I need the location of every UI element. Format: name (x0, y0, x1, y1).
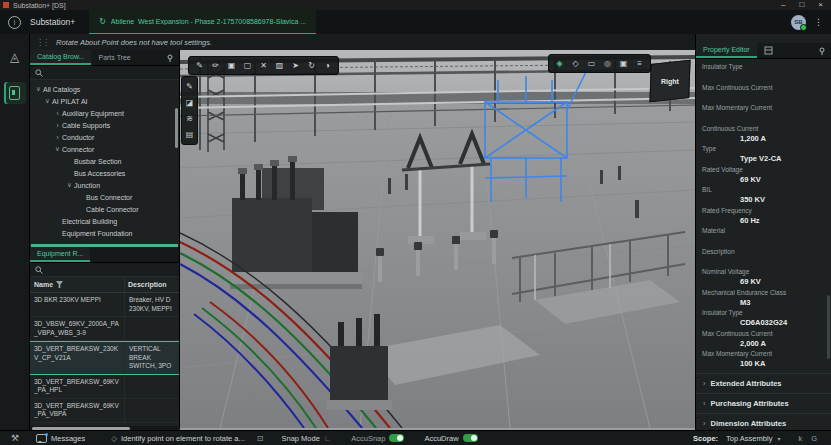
tree-scrollbar[interactable] (175, 108, 178, 148)
rotate-tool-icon[interactable]: ↻ (305, 59, 318, 72)
column-header-description[interactable]: Description (124, 277, 179, 292)
pan-icon[interactable]: ◇ (569, 57, 582, 70)
view-more-icon[interactable]: ≡ (633, 57, 646, 70)
fit-view-icon[interactable]: ▭ (585, 57, 598, 70)
tree-item-junction[interactable]: ∨Junction (30, 179, 179, 191)
tree-item-cable-connector[interactable]: Cable Connector (30, 203, 179, 215)
equipment-search-input[interactable] (47, 264, 174, 275)
draw-tool-icon[interactable]: ✎ (183, 80, 196, 93)
chevron-right-icon[interactable]: › (53, 134, 62, 141)
property-field[interactable]: Rated Frequency60 Hz (696, 205, 831, 226)
table-row[interactable]: 3D_VBSW_69KV_2000A_PA_VBPA_WBS_3-9 (30, 317, 179, 341)
brush-tool-icon[interactable]: ✎ (193, 59, 206, 72)
table-row[interactable]: 3D_VERT_BREAKSW_69KV_PA_VBPA (30, 399, 179, 423)
property-field[interactable]: Description (696, 246, 831, 267)
chevron-down-icon[interactable]: ∨ (43, 97, 52, 105)
minimize-button[interactable]: – (781, 0, 785, 10)
document-tab[interactable]: ↻ Abilene_West Expansion - Phase 2-17570… (89, 9, 316, 35)
property-field[interactable]: Continuous Current1,200 A (696, 123, 831, 144)
table-row[interactable]: 3D_VERT_BREAKSW_69KV_PA_HPL (30, 375, 179, 399)
messages-button[interactable]: Messages (36, 434, 85, 443)
pin-icon[interactable] (818, 43, 831, 58)
chevron-down-icon[interactable]: ∨ (53, 145, 62, 153)
levels-tool-icon[interactable]: ▤ (183, 128, 196, 141)
modify-tool-icon[interactable]: ◪ (183, 96, 196, 109)
move-tool-icon[interactable]: ➤ (289, 59, 302, 72)
tree-item-busbar-section[interactable]: Busbar Section (30, 155, 179, 167)
catalog-search-input[interactable] (47, 67, 174, 78)
measure-tool-icon[interactable]: ≋ (183, 112, 196, 125)
property-field[interactable]: Material (696, 225, 831, 246)
chevron-down-icon[interactable]: ∨ (65, 181, 74, 189)
chevron-right-icon[interactable]: › (53, 110, 62, 117)
tree-item-auxiliary-equipment[interactable]: ›Auxiliary Equipment (30, 107, 179, 119)
table-row[interactable]: 3D BKR 230KV MEPPI Breaker, HV D 230KV, … (30, 293, 179, 317)
property-field[interactable]: Max Momentary Current (696, 102, 831, 123)
delete-tool-icon[interactable]: ✕ (257, 59, 270, 72)
tab-equipment-browser[interactable]: Equipment R... (30, 247, 90, 262)
tree-item-equipment-foundation[interactable]: Equipment Foundation (30, 227, 179, 239)
section-purchasing-attributes[interactable]: ›Purchasing Attributes (696, 393, 831, 413)
property-field[interactable]: Insulator TypeCD6A032G24 (696, 307, 831, 328)
maximize-button[interactable]: □ (799, 0, 804, 10)
close-button[interactable]: × (818, 0, 823, 10)
grid-status-icon[interactable]: G (811, 434, 817, 443)
scope-dropdown[interactable]: Top Assembly ▾ (726, 434, 780, 443)
property-scrollbar[interactable] (827, 295, 830, 359)
accudraw-toggle[interactable] (463, 434, 478, 442)
tree-item-bus-accessories[interactable]: Bus Accessories (30, 167, 179, 179)
pencil-tool-icon[interactable]: ✏ (209, 59, 222, 72)
tree-item-ai-pilat[interactable]: ∨AI PILAT AI (30, 95, 179, 107)
zoom-icon[interactable]: ◎ (601, 57, 614, 70)
table-row-selected[interactable]: 3D_VERT_BREAKSW_230KV_CP_V21A VERTICAL B… (30, 341, 179, 375)
tab-parts-tree[interactable]: Parts Tree (91, 50, 137, 65)
property-field[interactable]: Insulator Type (696, 61, 831, 82)
window-area-icon[interactable]: ▣ (617, 57, 630, 70)
3d-viewport[interactable]: ✎ ✏ ▣ ▢ ✕ ▨ ➤ ↻ ◑ ✎ ◪ ≋ ▤ ◈ ◇ ▭ ◎ ▣ ≡ Ri… (180, 50, 695, 430)
tree-item-cable-supports[interactable]: ›Cable Supports (30, 119, 179, 131)
column-header-name[interactable]: Name (30, 281, 124, 288)
hatch-tool-icon[interactable]: ▨ (273, 59, 286, 72)
substation-3d-scene[interactable] (180, 50, 695, 428)
mirror-tool-icon[interactable]: ◑ (321, 59, 334, 72)
prompt-detach-icon[interactable]: ⊡ (257, 434, 264, 443)
equipment-mode-icon[interactable] (4, 82, 26, 104)
tab-property-editor[interactable]: Property Editor (696, 43, 757, 58)
property-field[interactable]: Max Momentary Current100 KA (696, 348, 831, 369)
property-field[interactable]: Mechanical Endurance ClassM3 (696, 287, 831, 308)
lock-status-icon[interactable]: k (798, 434, 802, 443)
property-field[interactable]: Nominal Voltage69 KV (696, 266, 831, 287)
avatar[interactable]: SB (791, 15, 806, 30)
more-menu-icon[interactable]: ⋮ (814, 17, 823, 27)
chevron-right-icon[interactable]: › (53, 122, 62, 129)
accudraw-control[interactable]: AccuDraw (424, 434, 477, 443)
tools-icon[interactable]: ⚒ (0, 433, 30, 443)
accudraw-label: AccuDraw (424, 434, 458, 443)
chevron-down-icon[interactable]: ∨ (34, 85, 43, 93)
filter-icon[interactable] (56, 281, 63, 288)
info-icon[interactable]: i (8, 16, 21, 29)
tree-item-electrical-building[interactable]: Electrical Building (30, 215, 179, 227)
property-field[interactable]: Max Continuous Current2,000 A (696, 328, 831, 349)
tab-catalog-browser[interactable]: Catalog Brow... (30, 50, 91, 65)
tab-secondary-icon[interactable] (757, 43, 780, 58)
fence-tool-icon[interactable]: ▣ (225, 59, 238, 72)
accusnap-control[interactable]: AccuSnap (351, 434, 404, 443)
view-cube[interactable]: Right (649, 60, 690, 103)
snap-mode-button[interactable]: Snap Mode ∟ (282, 434, 332, 443)
tree-item-all-catalogs[interactable]: ∨All Catalogs (30, 83, 179, 95)
tree-item-conductor[interactable]: ›Conductor (30, 131, 179, 143)
tree-item-connector[interactable]: ∨Connector (30, 143, 179, 155)
tree-item-bus-connector[interactable]: Bus Connector (30, 191, 179, 203)
accusnap-toggle[interactable] (389, 434, 404, 442)
property-field[interactable]: TypeType V2-CA (696, 143, 831, 164)
copy-tool-icon[interactable]: ▢ (241, 59, 254, 72)
pin-icon[interactable] (166, 50, 179, 65)
property-field[interactable]: Max Continuous Current (696, 82, 831, 103)
property-field[interactable]: Rated Voltage69 KV (696, 164, 831, 185)
modeling-icon[interactable]: ◬ (4, 46, 26, 68)
property-field[interactable]: BIL350 KV (696, 184, 831, 205)
drag-handle-icon[interactable]: ⋮⋮ (36, 38, 48, 47)
section-extended-attributes[interactable]: ›Extended Attributes (696, 373, 831, 393)
model-sync-icon[interactable]: ◈ (553, 57, 566, 70)
